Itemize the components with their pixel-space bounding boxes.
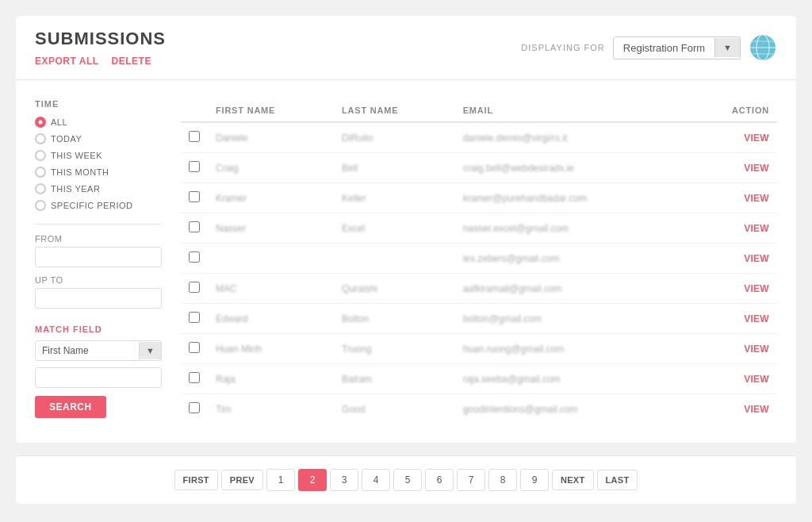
row-first-name-2: Kramer bbox=[208, 183, 334, 213]
time-filter-label: TIME bbox=[35, 99, 162, 109]
radio-this-year-circle bbox=[35, 183, 46, 194]
match-field-select[interactable]: First Name ▼ bbox=[35, 340, 162, 361]
radio-this-week-circle bbox=[35, 150, 46, 161]
form-selector-arrow-icon[interactable]: ▼ bbox=[714, 38, 740, 57]
row-email-4: lex.zebers@gmail.com bbox=[455, 244, 688, 274]
export-all-button[interactable]: EXPORT ALL bbox=[35, 56, 99, 67]
match-field-value: First Name bbox=[36, 341, 139, 360]
match-field-section: MATCH FIELD First Name ▼ SEARCH bbox=[35, 324, 162, 418]
view-link-2[interactable]: VIEW bbox=[744, 193, 769, 204]
table-row: Raja Balram raja.seeba@gmail.com VIEW bbox=[181, 364, 777, 394]
pagination-page-5[interactable]: 5 bbox=[393, 469, 422, 491]
globe-icon bbox=[749, 33, 777, 62]
row-check-7[interactable] bbox=[181, 334, 208, 364]
radio-this-month[interactable]: THIS MONTH bbox=[35, 167, 162, 178]
view-link-9[interactable]: VIEW bbox=[744, 404, 769, 415]
row-checkbox-3[interactable] bbox=[189, 221, 200, 232]
match-field-arrow-icon[interactable]: ▼ bbox=[139, 342, 161, 359]
row-checkbox-8[interactable] bbox=[189, 372, 200, 383]
pagination-page-9[interactable]: 9 bbox=[520, 469, 549, 491]
row-checkbox-2[interactable] bbox=[189, 191, 200, 202]
row-first-name-5: MAC bbox=[208, 274, 334, 304]
row-last-name-9: Good bbox=[334, 394, 455, 424]
radio-specific-period[interactable]: SPECIFIC PERIOD bbox=[35, 200, 162, 211]
header-actions: EXPORT ALL DELETE bbox=[35, 56, 166, 67]
pagination-page-4[interactable]: 4 bbox=[362, 469, 390, 491]
match-field-title: MATCH FIELD bbox=[35, 324, 162, 334]
pagination-page-7[interactable]: 7 bbox=[457, 469, 485, 491]
row-check-6[interactable] bbox=[181, 304, 208, 334]
row-check-3[interactable] bbox=[181, 213, 208, 244]
row-checkbox-0[interactable] bbox=[189, 131, 200, 142]
view-link-4[interactable]: VIEW bbox=[744, 253, 769, 264]
view-link-1[interactable]: VIEW bbox=[744, 163, 769, 174]
row-check-9[interactable] bbox=[181, 394, 208, 424]
row-check-2[interactable] bbox=[181, 183, 208, 213]
radio-this-month-circle bbox=[35, 167, 46, 178]
row-email-8: raja.seeba@gmail.com bbox=[455, 364, 688, 394]
row-check-4[interactable] bbox=[181, 244, 208, 274]
radio-today-label: TODAY bbox=[51, 134, 82, 144]
row-first-name-1: Craig bbox=[208, 153, 334, 183]
pagination-first[interactable]: FIRST bbox=[174, 470, 218, 490]
sidebar: TIME ALL TODAY THIS WEEK bbox=[35, 99, 162, 424]
row-check-0[interactable] bbox=[181, 122, 208, 153]
row-check-8[interactable] bbox=[181, 364, 208, 394]
row-email-9: goodintentions@gmail.com bbox=[455, 394, 688, 424]
row-checkbox-4[interactable] bbox=[189, 251, 200, 263]
row-checkbox-5[interactable] bbox=[189, 282, 200, 293]
form-selector[interactable]: Registration Form ▼ bbox=[613, 36, 741, 59]
row-email-5: aafkiramail@gmail.com bbox=[455, 274, 688, 304]
view-link-5[interactable]: VIEW bbox=[744, 283, 769, 294]
table-area: FIRST NAME LAST NAME EMAIL ACTION Daniel… bbox=[181, 99, 777, 424]
radio-this-week[interactable]: THIS WEEK bbox=[35, 150, 162, 161]
row-action-1: VIEW bbox=[688, 153, 777, 183]
row-action-3: VIEW bbox=[688, 213, 777, 244]
view-link-8[interactable]: VIEW bbox=[744, 374, 769, 385]
view-link-7[interactable]: VIEW bbox=[744, 344, 769, 355]
table-header-row: FIRST NAME LAST NAME EMAIL ACTION bbox=[181, 99, 777, 122]
table-row: Tim Good goodintentions@gmail.com VIEW bbox=[181, 394, 777, 424]
view-link-3[interactable]: VIEW bbox=[744, 223, 769, 234]
view-link-6[interactable]: VIEW bbox=[744, 313, 769, 324]
row-last-name-5: Quraishi bbox=[334, 274, 455, 304]
submissions-table: FIRST NAME LAST NAME EMAIL ACTION Daniel… bbox=[181, 99, 777, 424]
radio-this-year[interactable]: THIS YEAR bbox=[35, 183, 162, 194]
row-checkbox-7[interactable] bbox=[189, 342, 200, 353]
up-to-input[interactable] bbox=[35, 288, 162, 309]
delete-button[interactable]: DELETE bbox=[112, 56, 151, 67]
row-first-name-0: Daniele bbox=[208, 122, 334, 153]
col-header-email: EMAIL bbox=[455, 99, 688, 122]
up-to-label: UP TO bbox=[35, 275, 162, 285]
pagination-page-1[interactable]: 1 bbox=[266, 469, 295, 491]
col-header-first-name: FIRST NAME bbox=[208, 99, 334, 122]
row-action-2: VIEW bbox=[688, 183, 777, 213]
view-link-0[interactable]: VIEW bbox=[744, 132, 769, 144]
row-action-0: VIEW bbox=[688, 122, 777, 153]
row-checkbox-6[interactable] bbox=[189, 312, 200, 323]
main-content: TIME ALL TODAY THIS WEEK bbox=[16, 80, 796, 443]
pagination-prev[interactable]: PREV bbox=[221, 470, 263, 490]
table-row: Kramer Keller kramer@purehandbadar.com V… bbox=[181, 183, 777, 213]
pagination-last[interactable]: LAST bbox=[597, 470, 638, 490]
radio-today[interactable]: TODAY bbox=[35, 133, 162, 144]
pagination-next[interactable]: NEXT bbox=[552, 470, 594, 490]
pagination-page-2[interactable]: 2 bbox=[298, 469, 327, 491]
row-check-1[interactable] bbox=[181, 153, 208, 183]
page-title: SUBMISSIONS bbox=[35, 29, 166, 49]
row-email-3: nasser.excel@gmail.com bbox=[455, 213, 688, 244]
row-check-5[interactable] bbox=[181, 274, 208, 304]
pagination-page-8[interactable]: 8 bbox=[488, 469, 517, 491]
radio-all[interactable]: ALL bbox=[35, 117, 162, 128]
from-input[interactable] bbox=[35, 247, 162, 267]
form-selector-label: Registration Form bbox=[614, 37, 714, 59]
match-search-input[interactable] bbox=[35, 367, 162, 388]
row-last-name-6: Bolton bbox=[334, 304, 455, 334]
pagination-page-3[interactable]: 3 bbox=[330, 469, 358, 491]
search-button[interactable]: SEARCH bbox=[35, 396, 106, 418]
pagination-page-6[interactable]: 6 bbox=[425, 469, 454, 491]
row-last-name-0: DiRuito bbox=[334, 122, 455, 153]
row-checkbox-1[interactable] bbox=[189, 161, 200, 172]
row-checkbox-9[interactable] bbox=[189, 402, 200, 413]
row-last-name-3: Excel bbox=[334, 213, 455, 244]
